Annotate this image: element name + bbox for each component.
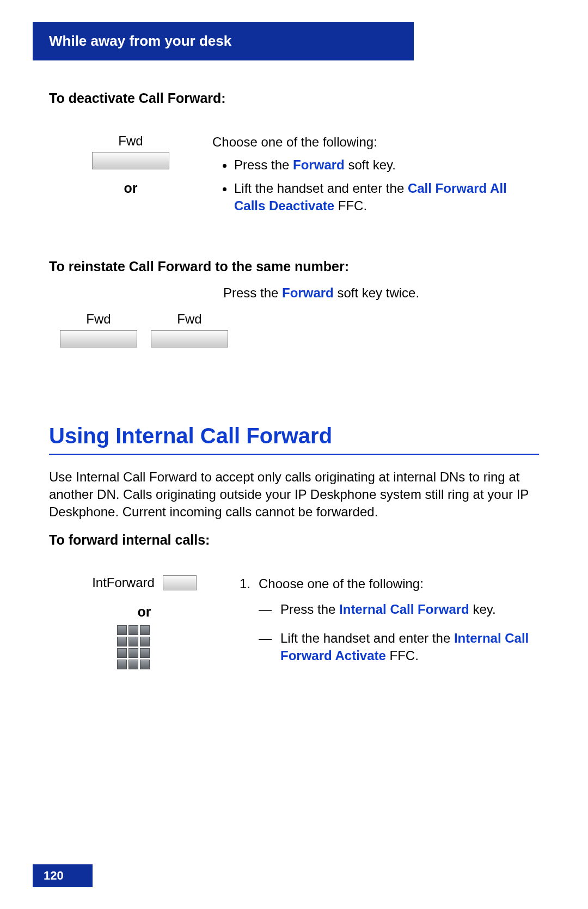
section-heading-reinstate: To reinstate Call Forward to the same nu… xyxy=(49,259,539,274)
internal-call-forward-term: Internal Call Forward xyxy=(339,602,469,617)
fwd-label-2b: Fwd xyxy=(151,312,228,327)
internal-dash-list: Press the Internal Call Forward key. Lif… xyxy=(259,601,539,664)
fwd-key-2: Fwd xyxy=(151,312,228,358)
bullet-press-forward: Press the Forward soft key. xyxy=(234,156,539,174)
fwd-softkey-icon-2a xyxy=(60,330,137,347)
deactivate-right-col: Choose one of the following: Press the F… xyxy=(212,133,539,221)
page-content: To deactivate Call Forward: Fwd or Choos… xyxy=(0,60,588,678)
internal-forward-row: IntForward or 1. Choose xyxy=(49,575,539,678)
step-1: 1. Choose one of the following: Press th… xyxy=(240,575,539,678)
forward-term-2: Forward xyxy=(282,285,334,300)
reinstate-text: Press the Forward soft key twice. xyxy=(223,285,419,301)
or-text-2: or xyxy=(49,604,240,620)
deactivate-bullets: Press the Forward soft key. Lift the han… xyxy=(212,156,539,215)
section-heading-deactivate: To deactivate Call Forward: xyxy=(49,90,539,106)
fwd-softkey-icon-2b xyxy=(151,330,228,347)
deactivate-row: Fwd or Choose one of the following: Pres… xyxy=(49,133,539,221)
dash-lift-handset: Lift the handset and enter the Internal … xyxy=(275,630,539,665)
fwd-softkey-icon xyxy=(92,152,169,169)
internal-right-col: 1. Choose one of the following: Press th… xyxy=(240,575,539,678)
fwd-key-1: Fwd xyxy=(60,312,137,358)
forward-term-1: Forward xyxy=(293,157,345,172)
header-title: While away from your desk xyxy=(49,33,231,49)
intro-paragraph: Use Internal Call Forward to accept only… xyxy=(49,468,539,521)
intforward-label: IntForward xyxy=(92,575,155,590)
page-header: While away from your desk xyxy=(33,22,414,60)
dash-press-internal: Press the Internal Call Forward key. xyxy=(275,601,539,618)
page-number: 120 xyxy=(44,869,64,882)
fwd-label: Fwd xyxy=(49,133,212,149)
main-heading-internal-forward: Using Internal Call Forward xyxy=(49,424,539,455)
two-fwd-keys: Fwd Fwd xyxy=(60,312,228,358)
section-heading-forward-internal: To forward internal calls: xyxy=(49,532,539,548)
choose-intro-2: Choose one of the following: xyxy=(259,575,539,593)
reinstate-row: Press the Forward soft key twice. Fwd Fw… xyxy=(49,285,539,358)
fwd-label-2a: Fwd xyxy=(60,312,137,327)
document-page: While away from your desk To deactivate … xyxy=(0,22,588,909)
choose-intro-1: Choose one of the following: xyxy=(212,133,539,151)
or-text-1: or xyxy=(49,180,212,196)
keypad-icon xyxy=(117,625,150,669)
intforward-key-row: IntForward xyxy=(49,575,240,590)
deactivate-left-col: Fwd or xyxy=(49,133,212,196)
intforward-key-icon xyxy=(163,575,197,590)
page-number-box: 120 xyxy=(33,864,93,887)
step-number: 1. xyxy=(240,575,259,678)
bullet-lift-handset: Lift the handset and enter the Call Forw… xyxy=(234,180,539,215)
internal-left-col: IntForward or xyxy=(49,575,240,669)
